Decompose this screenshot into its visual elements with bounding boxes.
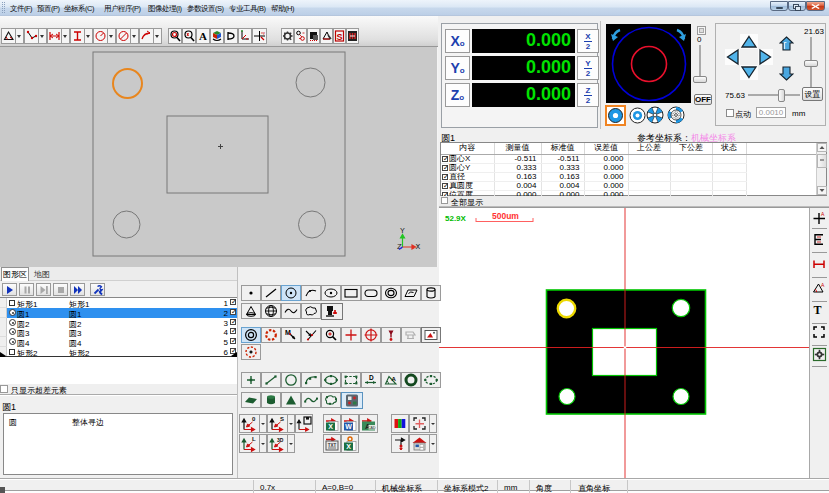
svg-text:A: A: [821, 282, 825, 288]
svg-text:S: S: [336, 32, 342, 42]
svg-text:xy: xy: [261, 30, 265, 35]
svg-text:W: W: [345, 423, 352, 430]
svg-text:A: A: [199, 30, 207, 42]
svg-text:A: A: [392, 376, 397, 382]
svg-text:X: X: [346, 443, 351, 450]
svg-text:D: D: [369, 374, 374, 381]
svg-text:52.9X: 52.9X: [445, 214, 467, 223]
svg-text:A: A: [821, 211, 825, 217]
svg-text:TXT: TXT: [328, 443, 337, 448]
svg-text:L: L: [252, 436, 256, 442]
svg-text:500um: 500um: [492, 211, 519, 221]
svg-text:CAD: CAD: [368, 426, 376, 430]
svg-text:3D: 3D: [277, 437, 284, 443]
svg-text:S: S: [280, 416, 284, 422]
svg-text:X: X: [416, 242, 421, 251]
svg-text:0: 0: [252, 416, 256, 422]
svg-text:X: X: [328, 423, 333, 430]
